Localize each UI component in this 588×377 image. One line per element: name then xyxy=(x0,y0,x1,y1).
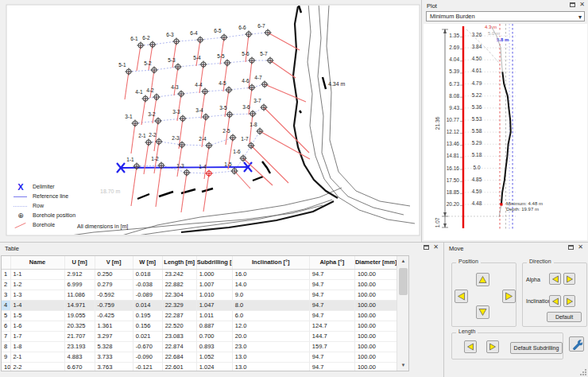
float-panel-icon[interactable] xyxy=(568,245,574,250)
row-number-cell[interactable]: 6 xyxy=(2,321,10,331)
table-cell[interactable]: 23.083 xyxy=(162,331,196,341)
table-cell[interactable]: 100.00 xyxy=(354,290,397,300)
table-cell[interactable]: 100.00 xyxy=(354,352,397,362)
table-cell[interactable]: -0.759 xyxy=(95,300,133,310)
table-cell[interactable]: 0.887 xyxy=(196,321,232,331)
borehole-table-grid[interactable]: NameU [m]V [m]W [m]Length [m]Subdrilling… xyxy=(2,256,397,371)
table-cell[interactable]: 94.7 xyxy=(309,362,354,371)
row-number-cell[interactable]: 3 xyxy=(2,290,10,300)
table-cell[interactable]: 1.361 xyxy=(95,321,133,331)
row-number-cell[interactable]: 9 xyxy=(2,352,10,362)
table-cell[interactable]: 100.00 xyxy=(354,300,397,310)
table-cell[interactable]: 0.279 xyxy=(95,279,133,290)
table-cell[interactable]: 4.883 xyxy=(64,352,95,362)
table-header-row[interactable]: NameU [m]V [m]W [m]Length [m]Subdrilling… xyxy=(2,256,397,269)
move-left-button[interactable] xyxy=(455,290,468,303)
table-cell[interactable]: 100.00 xyxy=(354,279,397,290)
table-cell[interactable]: 23.193 xyxy=(64,341,95,352)
table-cell[interactable]: 6.999 xyxy=(64,279,95,290)
column-header[interactable]: Length [m] xyxy=(162,256,196,269)
table-row[interactable]: 21-26.9990.279-0.03822.8821.00714.094.71… xyxy=(2,279,397,290)
table-cell[interactable]: -0.425 xyxy=(95,310,133,321)
float-panel-icon[interactable] xyxy=(424,245,429,250)
table-cell[interactable]: 16.0 xyxy=(232,269,309,279)
table-cell[interactable]: 0.018 xyxy=(133,269,162,279)
resize-grip[interactable] xyxy=(580,369,586,375)
table-cell[interactable]: 22.882 xyxy=(162,279,196,290)
table-cell[interactable]: 0.156 xyxy=(133,321,162,331)
alpha-increase-button[interactable] xyxy=(563,273,575,285)
row-number-cell[interactable]: 4 xyxy=(2,300,10,310)
table-cell[interactable]: 94.7 xyxy=(309,290,354,300)
table-cell[interactable]: 100.00 xyxy=(354,341,397,352)
table-cell[interactable]: 5.328 xyxy=(95,341,133,352)
table-cell[interactable]: 159.7 xyxy=(309,341,354,352)
table-cell[interactable]: 0.021 xyxy=(133,331,162,341)
table-cell[interactable]: 1.007 xyxy=(196,279,232,290)
row-number-cell[interactable]: 1 xyxy=(2,269,10,279)
table-cell[interactable]: 1-8 xyxy=(10,341,64,352)
table-cell[interactable]: 100.00 xyxy=(354,310,397,321)
column-header[interactable]: Name xyxy=(10,256,64,269)
table-cell[interactable]: 12.0 xyxy=(232,321,309,331)
length-decrease-button[interactable] xyxy=(464,340,477,353)
table-cell[interactable]: 0.014 xyxy=(133,300,162,310)
scroll-up-icon[interactable]: ▲ xyxy=(397,256,409,266)
close-panel-icon[interactable]: ✕ xyxy=(578,244,583,251)
table-row[interactable]: 102-26.6703.763-0.12122.6011.02413.094.7… xyxy=(2,362,397,371)
row-number-cell[interactable]: 5 xyxy=(2,310,10,321)
scroll-down-icon[interactable]: ▼ xyxy=(397,360,409,371)
table-cell[interactable]: 94.7 xyxy=(309,352,354,362)
move-up-button[interactable] xyxy=(476,273,489,286)
table-cell[interactable]: 94.7 xyxy=(309,300,354,310)
length-increase-button[interactable] xyxy=(486,340,499,353)
table-cell[interactable]: 100.00 xyxy=(354,362,397,371)
row-number-cell[interactable]: 8 xyxy=(2,341,10,352)
table-cell[interactable]: 23.242 xyxy=(162,269,196,279)
table-cell[interactable]: 14.971 xyxy=(64,300,95,310)
table-cell[interactable]: 9.0 xyxy=(232,290,309,300)
scrollbar-thumb[interactable] xyxy=(399,268,408,295)
row-number-cell[interactable]: 2 xyxy=(2,279,10,290)
settings-wrench-button[interactable] xyxy=(569,336,584,352)
table-cell[interactable]: 0.700 xyxy=(196,331,232,341)
table-cell[interactable]: 124.7 xyxy=(309,321,354,331)
column-header[interactable]: W [m] xyxy=(133,256,162,269)
table-cell[interactable]: 100.00 xyxy=(354,269,397,279)
table-cell[interactable]: 1-1 xyxy=(10,269,64,279)
table-cell[interactable]: 14.0 xyxy=(232,279,309,290)
table-cell[interactable]: 3.763 xyxy=(95,362,133,371)
table-cell[interactable]: 11.086 xyxy=(64,290,95,300)
table-row[interactable]: 41-414.971-0.7590.01422.3291.0478.094.71… xyxy=(2,300,397,310)
column-header[interactable]: V [m] xyxy=(95,256,133,269)
table-cell[interactable]: 13.0 xyxy=(232,362,309,371)
direction-default-button[interactable]: Default xyxy=(547,312,582,322)
column-header[interactable]: U [m] xyxy=(64,256,95,269)
table-cell[interactable]: 1-2 xyxy=(10,279,64,290)
table-cell[interactable]: 1-5 xyxy=(10,310,64,321)
inclination-increase-button[interactable] xyxy=(563,295,575,307)
row-number-header[interactable] xyxy=(2,256,10,269)
table-cell[interactable]: 1-6 xyxy=(10,321,64,331)
table-cell[interactable]: 0.195 xyxy=(133,310,162,321)
table-cell[interactable]: 1.011 xyxy=(196,310,232,321)
table-cell[interactable]: 22.304 xyxy=(162,290,196,300)
table-row[interactable]: 11-12.9120.2500.01823.2421.00016.094.710… xyxy=(2,269,397,279)
column-header[interactable]: Inclination [°] xyxy=(232,256,309,269)
table-cell[interactable]: 1.047 xyxy=(196,300,232,310)
table-cell[interactable]: 22.874 xyxy=(162,341,196,352)
table-row[interactable]: 61-620.3251.3610.15622.5200.88712.0124.7… xyxy=(2,321,397,331)
table-cell[interactable]: -0.121 xyxy=(133,362,162,371)
row-number-cell[interactable]: 10 xyxy=(2,362,10,371)
inclination-decrease-button[interactable] xyxy=(549,295,561,307)
table-cell[interactable]: 13.0 xyxy=(232,352,309,362)
table-cell[interactable]: 19.055 xyxy=(64,310,95,321)
table-cell[interactable]: 0.250 xyxy=(95,269,133,279)
table-cell[interactable]: -0.670 xyxy=(133,341,162,352)
table-cell[interactable]: 3.733 xyxy=(95,352,133,362)
table-cell[interactable]: 1-3 xyxy=(10,290,64,300)
table-cell[interactable]: 22.601 xyxy=(162,362,196,371)
close-panel-icon[interactable]: ✕ xyxy=(433,244,439,251)
table-cell[interactable]: 94.7 xyxy=(309,279,354,290)
table-cell[interactable]: 2-1 xyxy=(10,352,64,362)
